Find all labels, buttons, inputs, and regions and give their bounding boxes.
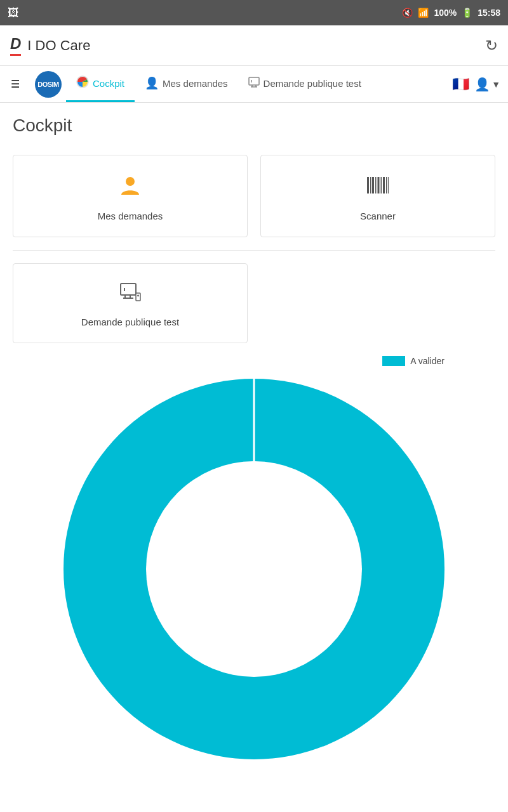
cockpit-tab-icon [76, 75, 89, 91]
wifi-icon: 📶 [418, 8, 429, 18]
image-icon: 🖼 [8, 6, 19, 20]
svg-rect-13 [383, 177, 385, 193]
card-scanner-label: Scanner [360, 211, 396, 221]
svg-rect-9 [372, 177, 374, 193]
donut-chart [38, 372, 470, 766]
card-demande-publique[interactable]: Demande publique test [13, 263, 248, 343]
hamburger-menu[interactable]: ☰ [0, 66, 30, 102]
card-row-2: Demande publique test [13, 263, 495, 343]
app-logo-letter: D [10, 35, 21, 56]
chart-section: A valider [0, 356, 508, 766]
card-demande-publique-label: Demande publique test [81, 317, 179, 327]
clock: 15:58 [478, 8, 500, 18]
nav-logo[interactable]: DOSIM [30, 66, 66, 102]
svg-rect-21 [136, 293, 140, 301]
user-menu-button[interactable]: 👤 ▼ [474, 77, 500, 92]
svg-rect-15 [388, 177, 389, 193]
svg-rect-7 [367, 177, 369, 193]
app-bar: D I DO Care ↻ [0, 25, 508, 66]
mute-icon: 🔇 [402, 8, 413, 18]
mes-demandes-tab-icon: 👤 [145, 76, 159, 90]
card-mes-demandes-label: Mes demandes [98, 211, 163, 221]
language-flag[interactable]: 🇫🇷 [452, 76, 469, 93]
tab-cockpit[interactable]: Cockpit [66, 66, 135, 102]
status-bar: 🖼 🔇 📶 100% 🔋 15:58 [0, 0, 508, 25]
refresh-icon: ↻ [485, 37, 498, 54]
battery-percentage: 100% [434, 8, 457, 18]
svg-rect-14 [386, 177, 387, 193]
svg-rect-10 [375, 177, 377, 193]
tab-cockpit-label: Cockpit [93, 78, 124, 89]
nav-right: 🇫🇷 👤 ▼ [452, 66, 508, 102]
tab-demande-publique-label: Demande publique test [264, 78, 361, 89]
person-icon [118, 173, 142, 203]
svg-rect-1 [249, 77, 259, 85]
battery-icon: 🔋 [462, 8, 472, 18]
row-divider [13, 250, 495, 251]
dropdown-arrow-icon: ▼ [491, 79, 500, 89]
app-title-text: I DO Care [27, 37, 90, 54]
page-title: Cockpit [13, 115, 495, 136]
demande-publique-tab-icon [248, 76, 260, 91]
svg-rect-11 [378, 177, 380, 193]
demand-icon [119, 282, 141, 309]
card-row-1: Mes demandes Scanner [13, 155, 495, 237]
card-mes-demandes[interactable]: Mes demandes [13, 155, 248, 237]
refresh-button[interactable]: ↻ [485, 37, 498, 55]
svg-point-6 [126, 177, 135, 186]
donut-chart-container [13, 372, 495, 766]
status-bar-right: 🔇 📶 100% 🔋 15:58 [402, 8, 500, 18]
dosim-logo: DOSIM [35, 71, 62, 98]
status-bar-left: 🖼 [8, 6, 19, 20]
page-content: Cockpit Mes demandes [0, 103, 508, 343]
nav-tabs: ☰ DOSIM Cockpit 👤 Mes demandes [0, 66, 508, 103]
svg-rect-12 [381, 177, 382, 193]
svg-point-25 [146, 461, 362, 677]
legend-label: A valider [410, 356, 444, 366]
user-icon: 👤 [474, 77, 490, 92]
card-scanner[interactable]: Scanner [260, 155, 495, 237]
tab-mes-demandes-label: Mes demandes [163, 78, 228, 89]
legend-color-box [382, 356, 405, 366]
tab-demande-publique[interactable]: Demande publique test [238, 66, 371, 102]
hamburger-icon: ☰ [11, 78, 20, 90]
barcode-icon [366, 173, 390, 203]
tab-mes-demandes[interactable]: 👤 Mes demandes [135, 66, 238, 102]
svg-rect-8 [370, 177, 371, 193]
chart-legend: A valider [13, 356, 495, 366]
svg-rect-16 [121, 284, 136, 295]
app-title: D I DO Care [10, 35, 90, 56]
